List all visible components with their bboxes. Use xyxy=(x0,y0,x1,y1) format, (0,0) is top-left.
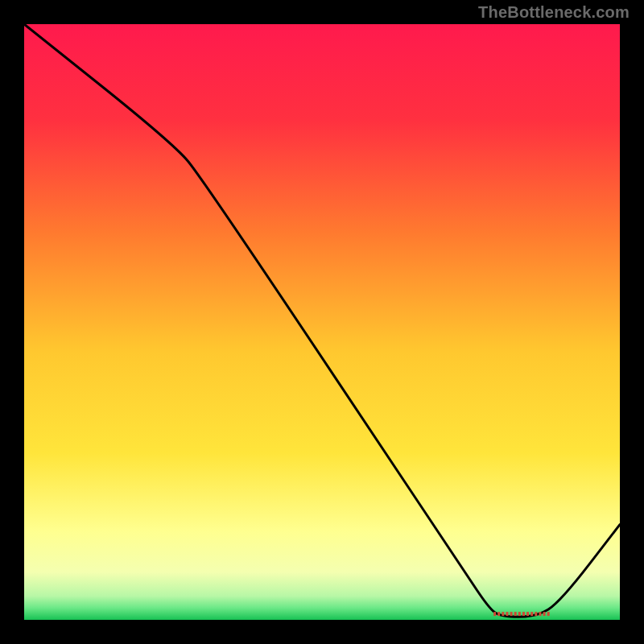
svg-rect-1 xyxy=(497,612,500,616)
svg-rect-4 xyxy=(510,612,513,616)
svg-rect-12 xyxy=(543,612,546,616)
attribution-text: TheBottleneck.com xyxy=(478,3,630,22)
svg-rect-2 xyxy=(502,612,504,616)
svg-rect-9 xyxy=(530,612,533,616)
svg-rect-0 xyxy=(493,612,496,616)
plot-area xyxy=(24,24,620,620)
chart-container: TheBottleneck.com xyxy=(0,0,644,644)
svg-rect-13 xyxy=(547,612,550,616)
svg-rect-6 xyxy=(518,612,521,616)
chart-svg xyxy=(24,24,620,620)
svg-rect-5 xyxy=(514,612,517,616)
gradient-background xyxy=(24,24,620,620)
svg-rect-8 xyxy=(526,612,529,616)
svg-rect-10 xyxy=(535,612,537,616)
svg-rect-7 xyxy=(522,612,525,616)
svg-rect-11 xyxy=(539,612,541,616)
svg-rect-3 xyxy=(506,612,508,616)
